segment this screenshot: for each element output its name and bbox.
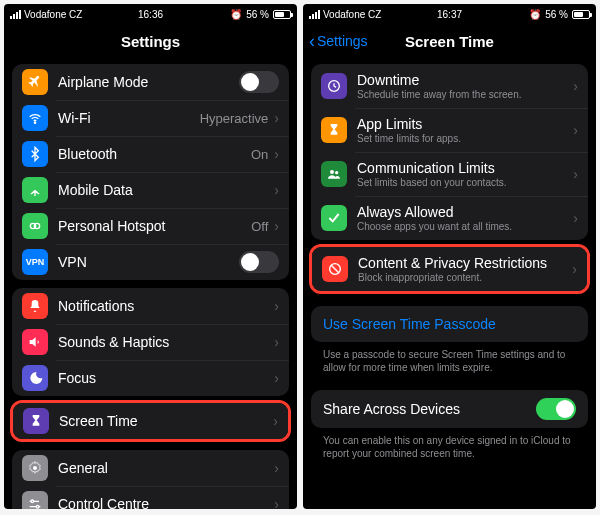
battery-icon [273,10,291,19]
battery-icon [572,10,590,19]
row-value: Hyperactive [200,111,269,126]
row-label: Sounds & Haptics [58,334,274,350]
share-toggle[interactable] [536,398,576,420]
row-label: General [58,460,274,476]
alarm-icon: ⏰ [230,9,242,20]
chevron-right-icon: › [273,413,278,429]
gear-icon [22,455,48,481]
chevron-right-icon: › [274,110,279,126]
row-value: On [251,147,268,162]
row-personal-hotspot[interactable]: Personal Hotspot Off › [12,208,289,244]
chevron-right-icon: › [573,78,578,94]
row-label: VPN [58,254,239,270]
row-app-limits[interactable]: App Limits Set time limits for apps. › [311,108,588,152]
chevron-right-icon: › [274,182,279,198]
row-bluetooth[interactable]: Bluetooth On › [12,136,289,172]
row-airplane-mode[interactable]: Airplane Mode [12,64,289,100]
back-label: Settings [317,33,368,49]
hourglass-icon [321,117,347,143]
row-sounds[interactable]: Sounds & Haptics › [12,324,289,360]
row-notifications[interactable]: Notifications › [12,288,289,324]
row-label: Share Across Devices [323,401,536,417]
row-share-across-devices[interactable]: Share Across Devices [311,390,588,428]
row-label: Wi-Fi [58,110,200,126]
settings-group-alerts: Notifications › Sounds & Haptics › Focus… [12,288,289,396]
battery-pct-label: 56 % [545,9,568,20]
carrier-label: Vodafone CZ [323,9,381,20]
highlight-content-privacy: Content & Privacy Restrictions Block ina… [309,244,590,294]
vpn-toggle[interactable] [239,251,279,273]
bluetooth-icon [22,141,48,167]
svg-point-0 [34,122,35,123]
chevron-right-icon: › [274,146,279,162]
signal-icon [309,10,320,19]
svg-point-7 [330,170,334,174]
highlight-screen-time: Screen Time › [10,400,291,442]
chevron-right-icon: › [274,218,279,234]
antenna-icon [22,177,48,203]
row-label: Communication Limits [357,160,573,176]
row-label: Airplane Mode [58,74,239,90]
settings-group-network: Airplane Mode Wi-Fi Hyperactive › Blueto… [12,64,289,280]
airplane-toggle[interactable] [239,71,279,93]
chevron-right-icon: › [274,298,279,314]
moon-icon [22,365,48,391]
row-mobile-data[interactable]: Mobile Data › [12,172,289,208]
nav-bar: ‹ Settings Screen Time [303,24,596,58]
back-button[interactable]: ‹ Settings [309,24,368,58]
row-sublabel: Set time limits for apps. [357,133,573,145]
row-communication-limits[interactable]: Communication Limits Set limits based on… [311,152,588,196]
row-always-allowed[interactable]: Always Allowed Choose apps you want at a… [311,196,588,240]
svg-point-5 [36,505,39,508]
chevron-right-icon: › [573,210,578,226]
chevron-right-icon: › [274,496,279,509]
row-general[interactable]: General › [12,450,289,486]
passcode-footer: Use a passcode to secure Screen Time set… [311,342,588,380]
chevron-right-icon: › [572,261,577,277]
bell-icon [22,293,48,319]
nav-bar: Settings [4,24,297,58]
row-control-centre[interactable]: Control Centre › [12,486,289,509]
row-sublabel: Block inappropriate content. [358,272,572,284]
sliders-icon [22,491,48,509]
svg-point-4 [31,500,34,503]
no-entry-icon [322,256,348,282]
row-label: Mobile Data [58,182,274,198]
settings-screen: Vodafone CZ 16:36 ⏰ 56 % Settings Airpla… [4,4,297,509]
row-label: Notifications [58,298,274,314]
row-label: Screen Time [59,413,273,429]
speaker-icon [22,329,48,355]
row-label: Focus [58,370,274,386]
row-label: Content & Privacy Restrictions [358,255,572,271]
row-sublabel: Choose apps you want at all times. [357,221,573,233]
screen-time-screen: Vodafone CZ 16:37 ⏰ 56 % ‹ Settings Scre… [303,4,596,509]
row-downtime[interactable]: Downtime Schedule time away from the scr… [311,64,588,108]
chevron-right-icon: › [274,334,279,350]
page-title: Screen Time [405,33,494,50]
row-sublabel: Schedule time away from the screen. [357,89,573,101]
row-screen-time[interactable]: Screen Time › [13,403,288,439]
wifi-icon [22,105,48,131]
row-label: Control Centre [58,496,274,509]
page-title: Settings [121,33,180,50]
row-label: Personal Hotspot [58,218,251,234]
row-value: Off [251,219,268,234]
svg-point-3 [33,466,37,470]
row-label: Bluetooth [58,146,251,162]
hotspot-icon [22,213,48,239]
row-label: Downtime [357,72,573,88]
row-vpn[interactable]: VPN VPN [12,244,289,280]
clock-icon [321,73,347,99]
use-passcode-link[interactable]: Use Screen Time Passcode [311,306,588,342]
clock-label: 16:37 [437,9,462,20]
chevron-left-icon: ‹ [309,32,315,50]
row-wifi[interactable]: Wi-Fi Hyperactive › [12,100,289,136]
chevron-right-icon: › [573,166,578,182]
signal-icon [10,10,21,19]
settings-group-system: General › Control Centre › [12,450,289,509]
status-bar: Vodafone CZ 16:36 ⏰ 56 % [4,4,297,24]
row-content-privacy-restrictions[interactable]: Content & Privacy Restrictions Block ina… [312,247,587,291]
row-label: Always Allowed [357,204,573,220]
row-focus[interactable]: Focus › [12,360,289,396]
chevron-right-icon: › [274,370,279,386]
